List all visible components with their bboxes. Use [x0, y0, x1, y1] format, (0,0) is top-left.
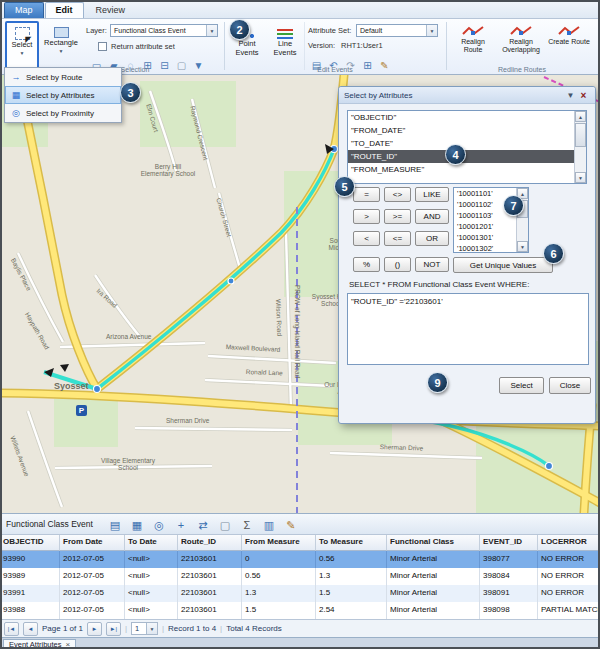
- cell-event-id: 398091: [480, 585, 538, 602]
- operator-or[interactable]: OR: [415, 231, 449, 246]
- menu-item-select-by-attributes[interactable]: ▦Select by Attributes: [5, 86, 121, 104]
- select-button[interactable]: Select ▼: [5, 21, 39, 69]
- tab-map[interactable]: Map: [4, 2, 44, 18]
- operator-not-equals[interactable]: <>: [384, 187, 411, 202]
- operator-parentheses[interactable]: (): [384, 257, 411, 272]
- page-select-value: 1: [135, 624, 139, 633]
- cell-to-measure: 0.56: [316, 551, 387, 568]
- operator-less[interactable]: <: [353, 231, 380, 246]
- version-label: Version:: [308, 41, 335, 50]
- pan-to-selection-icon[interactable]: +: [171, 516, 191, 533]
- menu-item-select-by-proximity[interactable]: ◎Select by Proximity: [5, 104, 121, 122]
- table-row-93988[interactable]: 939882012-07-05<null>221036011.52.54Mino…: [0, 602, 600, 619]
- operator-not[interactable]: NOT: [415, 257, 449, 272]
- cell-locerror: NO ERROR: [538, 551, 600, 568]
- menu-item-select-by-route[interactable]: →Select by Route: [5, 68, 121, 86]
- column-header-to-measure[interactable]: To Measure: [316, 535, 387, 551]
- operator-percent[interactable]: %: [353, 257, 380, 272]
- scroll-down-icon[interactable]: ▼: [517, 241, 528, 252]
- menu-item-label: Select by Attributes: [26, 91, 94, 100]
- map-label-ira-road: Ira Road: [95, 287, 119, 309]
- table-toolbar: Functional Class Event ▤▦◎+⇄▢Σ▥✎: [0, 513, 600, 535]
- column-header-objectid[interactable]: OBJECTID: [0, 535, 60, 551]
- value-item-10001201[interactable]: '10001201': [454, 221, 516, 232]
- column-header-to-date[interactable]: To Date: [125, 535, 178, 551]
- create-route-icon: [558, 25, 580, 36]
- column-header-from-date[interactable]: From Date: [60, 535, 125, 551]
- dialog-select-button[interactable]: Select: [499, 377, 544, 394]
- map-label-prow-of-long-island-rail-road: PROW of Long Island Rail Road: [294, 285, 301, 378]
- create-route-button[interactable]: Create Route: [546, 21, 592, 71]
- cell-to-measure: 2.54: [316, 602, 387, 619]
- zoom-to-selection-icon[interactable]: ◎: [149, 516, 169, 533]
- cell-route-id: 22103601: [178, 585, 242, 602]
- cell-to-measure: 1.5: [316, 585, 387, 602]
- page-select[interactable]: 1 ▼: [131, 622, 158, 635]
- realign-route-button[interactable]: Realign Route: [450, 21, 496, 71]
- column-header-from-measure[interactable]: From Measure: [242, 535, 316, 551]
- value-item-10001301[interactable]: '10001301': [454, 232, 516, 243]
- layer-dropdown-value: Functional Class Event: [114, 27, 186, 34]
- tab-review[interactable]: Review: [85, 2, 137, 18]
- operator-greater[interactable]: >: [353, 209, 380, 224]
- dialog-close-button[interactable]: Close: [549, 377, 591, 394]
- related-tables-icon[interactable]: ▤: [105, 516, 125, 533]
- select-records-icon[interactable]: ▦: [127, 516, 147, 533]
- attribute-set-dropdown[interactable]: Default ▼: [356, 24, 438, 37]
- query-textbox[interactable]: "ROUTE_ID" ='22103601': [347, 293, 589, 365]
- cell-event-id: 398084: [480, 568, 538, 585]
- last-page-button[interactable]: ►|: [106, 622, 121, 636]
- switch-selection-icon[interactable]: ⇄: [193, 516, 213, 533]
- prev-page-button[interactable]: ◄: [23, 622, 38, 636]
- map-label-arizona-avenue: Arizona Avenue: [106, 333, 151, 340]
- edit-attributes-icon[interactable]: ✎: [281, 516, 301, 533]
- group-separator: [446, 22, 447, 70]
- create-route-label: Create Route: [548, 38, 590, 46]
- table-row-93991[interactable]: 939912012-07-05<null>221036011.31.5Minor…: [0, 585, 600, 602]
- operator-and[interactable]: AND: [415, 209, 449, 224]
- tab-label: Event Attributes: [9, 640, 62, 649]
- operator-greater-equal[interactable]: >=: [384, 209, 411, 224]
- column-header-event-id[interactable]: EVENT_ID: [480, 535, 538, 551]
- return-attribute-set-checkbox[interactable]: [98, 42, 107, 51]
- clear-selection-icon[interactable]: ▢: [215, 516, 235, 533]
- column-header-locerror[interactable]: LOCERROR: [538, 535, 600, 551]
- close-icon[interactable]: ×: [66, 640, 71, 649]
- column-header-route-id[interactable]: Route_ID: [178, 535, 242, 551]
- line-events-button[interactable]: Line Events: [268, 21, 302, 69]
- operator-less-equal[interactable]: <=: [384, 231, 411, 246]
- cell-functional-class: Minor Arterial: [387, 585, 480, 602]
- first-page-button[interactable]: |◄: [4, 622, 19, 636]
- table-row-93990[interactable]: 939902012-07-05<null>2210360100.56Minor …: [0, 551, 600, 568]
- column-header-functional-class[interactable]: Functional Class: [387, 535, 480, 551]
- line-events-label: Line Events: [269, 40, 301, 57]
- value-item-10001302[interactable]: '10001302': [454, 243, 516, 252]
- statistics-icon[interactable]: Σ: [237, 516, 257, 533]
- where-clause-label: SELECT * FROM Functional Class Event WHE…: [349, 280, 529, 289]
- layer-dropdown[interactable]: Functional Class Event ▼: [110, 24, 218, 37]
- cell-locerror: PARTIAL MATCH FOR THE TO-: [538, 602, 600, 619]
- separator: |: [220, 624, 222, 633]
- table-body: 939902012-07-05<null>2210360100.56Minor …: [0, 551, 600, 619]
- record-range-text: Record 1 to 4: [168, 624, 216, 633]
- cell-event-id: 398098: [480, 602, 538, 619]
- attribute-set-value: Default: [360, 27, 382, 34]
- next-page-button[interactable]: ►: [87, 622, 102, 636]
- table-toolbar-icons: ▤▦◎+⇄▢Σ▥✎: [105, 516, 301, 533]
- attribute-view-icon[interactable]: ▥: [259, 516, 279, 533]
- cell-objectid: 93990: [0, 551, 60, 568]
- select-by-attributes-icon: ▦: [10, 90, 22, 100]
- chevron-down-icon: ▼: [59, 49, 64, 54]
- cell-route-id: 22103601: [178, 551, 242, 568]
- realign-overlapping-button[interactable]: Realign Overlapping: [498, 21, 544, 71]
- tab-edit[interactable]: Edit: [45, 2, 84, 18]
- tab-event-attributes[interactable]: Event Attributes ×: [3, 639, 76, 649]
- application-window: MapEditReview Select ▼ Rectangle ▼ Layer…: [0, 0, 600, 649]
- get-unique-values-button[interactable]: Get Unique Values: [453, 257, 553, 273]
- operator-like[interactable]: LIKE: [415, 187, 449, 202]
- table-row-93989[interactable]: 939892012-07-05<null>221036010.561.3Mino…: [0, 568, 600, 585]
- operator-equals[interactable]: =: [353, 187, 380, 202]
- cell-to-date: <null>: [125, 551, 178, 568]
- rectangle-button[interactable]: Rectangle ▼: [41, 21, 81, 69]
- cell-functional-class: Minor Arterial: [387, 551, 480, 568]
